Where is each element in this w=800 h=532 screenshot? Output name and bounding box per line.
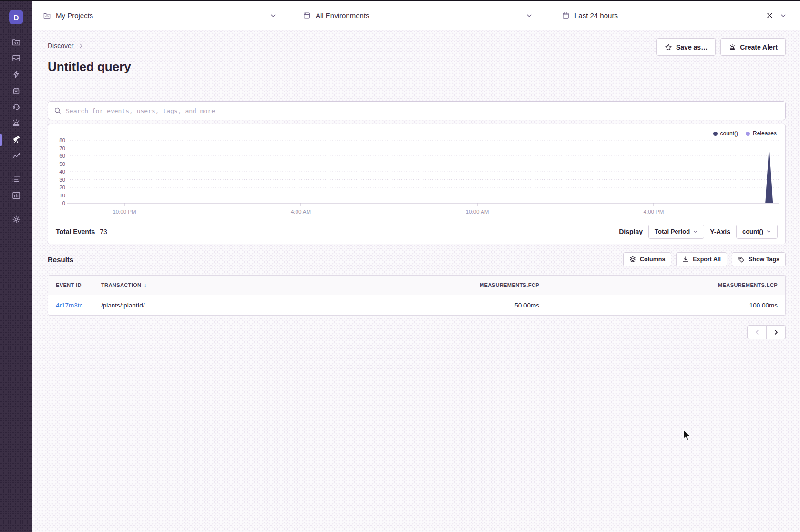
legend-releases-label: Releases	[753, 130, 777, 137]
y-axis-label: Y-Axis	[710, 228, 730, 235]
create-alert-button[interactable]: Create Alert	[720, 38, 786, 56]
y-axis-value: count()	[742, 228, 763, 235]
chevron-down-icon	[526, 12, 533, 19]
mouse-cursor	[683, 430, 692, 443]
alerts-siren-icon	[11, 118, 21, 130]
previous-page-button[interactable]	[747, 325, 767, 339]
export-all-button[interactable]: Export All	[676, 252, 727, 266]
display-label: Display	[619, 228, 643, 235]
x-tick-label: 4:00 PM	[644, 209, 664, 215]
sidebar-item-alerts[interactable]	[0, 116, 32, 132]
chevron-right-icon	[773, 329, 779, 336]
chevron-left-icon	[754, 329, 760, 336]
sidebar-item-settings[interactable]	[0, 212, 32, 228]
sidebar-item-projects[interactable]	[0, 35, 32, 51]
chart-plot-svg: 80 70 60 50 40 30 20 10 0	[48, 124, 785, 219]
org-avatar[interactable]: D	[9, 10, 23, 24]
performance-icon	[11, 70, 21, 81]
pagination	[747, 325, 786, 339]
window-icon	[303, 11, 311, 20]
sidebar-item-dashboards[interactable]	[0, 148, 32, 164]
y-tick-label: 80	[59, 137, 65, 143]
projects-icon	[43, 11, 51, 20]
search-input[interactable]	[66, 107, 779, 114]
dashboards-chart-icon	[11, 151, 21, 162]
query-title[interactable]: Untitled query	[48, 60, 131, 74]
chart-footer: Total Events 73 Display Total Period Y-A…	[48, 219, 785, 244]
y-tick-label: 0	[62, 200, 65, 206]
chevron-down-icon	[693, 229, 698, 234]
event-id-link[interactable]: 4r17m3tc	[56, 302, 82, 309]
sidebar-item-stats[interactable]	[0, 188, 32, 205]
sidebar-item-activity[interactable]	[0, 172, 32, 188]
column-header-event-id[interactable]: EVENT ID	[48, 282, 93, 288]
next-page-button[interactable]	[766, 325, 786, 339]
count-series-dot	[713, 132, 718, 136]
show-tags-button[interactable]: Show Tags	[732, 252, 786, 266]
date-range-dropdown[interactable]: Last 24 hours	[544, 1, 800, 30]
breadcrumb: Discover	[48, 42, 84, 50]
chart-legend: count() Releases	[713, 130, 777, 137]
x-tick-label: 4:00 AM	[291, 209, 311, 215]
sidebar-item-performance[interactable]	[0, 67, 32, 83]
search-icon	[54, 107, 62, 114]
x-tick-label: 10:00 PM	[113, 209, 136, 215]
column-header-transaction[interactable]: TRANSACTION ↓	[93, 282, 318, 288]
environment-filter-dropdown[interactable]: All Environments	[288, 1, 544, 30]
sidebar: D	[0, 0, 32, 532]
columns-button[interactable]: Columns	[623, 252, 671, 266]
legend-item-count[interactable]: count()	[713, 130, 738, 137]
releases-icon	[11, 86, 21, 97]
active-nav-indicator	[0, 134, 2, 146]
table-row: 4r17m3tc /plants/:plantId/ 50.00ms 100.0…	[48, 295, 785, 315]
projects-icon	[11, 37, 21, 49]
chevron-down-icon	[780, 12, 787, 19]
legend-item-releases[interactable]: Releases	[746, 130, 777, 137]
search-bar	[48, 101, 786, 120]
sidebar-item-feedback[interactable]	[0, 100, 32, 116]
chevron-right-icon	[78, 43, 84, 49]
sidebar-item-releases[interactable]	[0, 83, 32, 100]
stats-bars-icon	[11, 191, 21, 202]
star-icon	[665, 43, 672, 51]
main-content: Discover Untitled query Save as… Create …	[32, 30, 800, 532]
lcp-cell: 100.00ms	[547, 302, 785, 309]
window-top-edge	[0, 0, 800, 1]
legend-count-label: count()	[720, 130, 738, 137]
y-tick-label: 40	[59, 169, 65, 174]
export-all-label: Export All	[693, 256, 721, 263]
discover-telescope-icon	[11, 134, 21, 146]
sidebar-item-issues[interactable]	[0, 51, 32, 67]
date-range-label: Last 24 hours	[574, 11, 618, 20]
clear-date-filter-icon[interactable]	[766, 12, 773, 19]
column-header-measurements-fcp[interactable]: MEASUREMENTS.FCP	[318, 282, 547, 288]
global-filter-bar: My Projects All Environments Last 24 hou…	[32, 1, 800, 30]
columns-label: Columns	[640, 256, 665, 263]
y-tick-label: 30	[59, 177, 65, 183]
project-filter-label: My Projects	[56, 11, 93, 20]
display-value: Total Period	[655, 228, 690, 235]
y-axis-dropdown[interactable]: count()	[736, 225, 778, 239]
x-tick-label: 10:00 AM	[466, 209, 489, 215]
project-filter-dropdown[interactable]: My Projects	[32, 1, 288, 30]
results-header: Results Columns Export All Show Tags	[48, 252, 786, 266]
chevron-down-icon	[766, 229, 771, 234]
issues-icon	[11, 53, 21, 65]
sort-desc-icon: ↓	[144, 282, 146, 288]
show-tags-label: Show Tags	[749, 256, 779, 263]
sidebar-item-discover[interactable]	[0, 132, 32, 148]
download-icon	[682, 256, 689, 263]
events-chart[interactable]: count() Releases	[48, 124, 785, 219]
column-header-measurements-lcp[interactable]: MEASUREMENTS.LCP	[547, 282, 785, 288]
org-avatar-letter: D	[14, 13, 19, 21]
display-dropdown[interactable]: Total Period	[648, 225, 704, 239]
transaction-cell: /plants/:plantId/	[93, 302, 318, 309]
breadcrumb-discover-link[interactable]: Discover	[48, 42, 73, 50]
fcp-cell: 50.00ms	[318, 302, 547, 309]
results-heading: Results	[48, 256, 73, 264]
environment-filter-label: All Environments	[316, 11, 369, 20]
save-as-button[interactable]: Save as…	[656, 38, 716, 56]
calendar-icon	[562, 11, 570, 20]
save-as-label: Save as…	[676, 43, 708, 51]
results-table-header: EVENT ID TRANSACTION ↓ MEASUREMENTS.FCP …	[48, 276, 785, 295]
